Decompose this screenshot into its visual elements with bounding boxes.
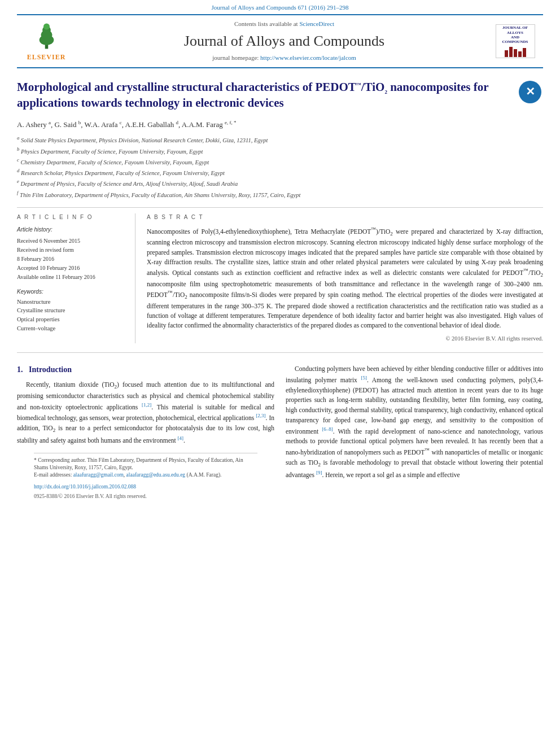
- affiliations: a Solid State Physics Department, Physic…: [17, 134, 543, 199]
- journal-header: ELSEVIER Contents lists available at Sci…: [17, 14, 543, 68]
- journal-logo-right: JOURNAL OFALLOYSANDCOMPOUNDS: [494, 24, 536, 58]
- affil-a: a Solid State Physics Department, Physic…: [17, 134, 543, 145]
- logo-bar-5: [523, 48, 526, 57]
- crossmark-icon: ✕: [518, 80, 543, 105]
- article-info-header: A R T I C L E I N F O: [17, 213, 127, 221]
- issn-line: 0925-8388/© 2016 Elsevier B.V. All right…: [34, 493, 257, 500]
- body-content: 1. Introduction Recently, titanium dioxi…: [17, 352, 543, 500]
- svg-point-4: [43, 24, 50, 30]
- revised-date: 8 February 2016: [17, 255, 127, 263]
- body-two-column: 1. Introduction Recently, titanium dioxi…: [17, 364, 543, 500]
- received-date: Received 6 November 2015: [17, 237, 127, 245]
- tree-icon: [31, 20, 62, 51]
- email-1[interactable]: alaafuragg@gmail.com: [73, 472, 124, 478]
- accepted-date: Accepted 10 February 2016: [17, 264, 127, 272]
- intro-para-1: Recently, titanium dioxide (TiO2) focuse…: [17, 380, 274, 446]
- affil-e: e Department of Physics, Faculty of Scie…: [17, 178, 543, 188]
- homepage-link[interactable]: http://www.elsevier.com/locate/jalcom: [260, 54, 356, 61]
- logo-bar-3: [514, 49, 517, 57]
- body-left-column: 1. Introduction Recently, titanium dioxi…: [17, 364, 274, 500]
- introduction-left-text: Recently, titanium dioxide (TiO2) focuse…: [17, 380, 274, 446]
- crossmark-logo: ✕: [518, 80, 543, 105]
- svg-text:✕: ✕: [526, 85, 535, 98]
- elsevier-wordmark: ELSEVIER: [27, 53, 66, 62]
- logo-bar-2: [509, 47, 513, 57]
- email-label: E-mail addresses:: [34, 472, 72, 478]
- email-2[interactable]: alaafaragg@edu.asu.edu.eg: [126, 472, 186, 478]
- article-info-column: A R T I C L E I N F O Article history: R…: [17, 213, 135, 343]
- footnote-section: * Corresponding author. Thin Film Labora…: [34, 453, 257, 500]
- abstract-header: A B S T R A C T: [147, 213, 543, 221]
- online-date: Available online 11 February 2016: [17, 273, 127, 281]
- homepage-label: journal homepage:: [212, 54, 259, 61]
- email-suffix: (A.A.M. Farag).: [186, 472, 221, 478]
- history-label: Article history:: [17, 226, 127, 234]
- introduction-right-text: Conducting polymers have been achieved b…: [286, 364, 543, 480]
- elsevier-tree-logo: ELSEVIER: [24, 20, 69, 62]
- affil-c: c Chemistry Department, Faculty of Scien…: [17, 156, 543, 167]
- doi-link[interactable]: http://dx.doi.org/10.1016/j.jallcom.2016…: [34, 484, 136, 490]
- journal-citation: Journal of Alloys and Compounds 671 (201…: [212, 4, 349, 11]
- keyword-1: Nanostructure: [17, 298, 127, 307]
- journal-title: Journal of Alloys and Compounds: [86, 31, 483, 51]
- logo-bar-1: [505, 50, 508, 57]
- affil-f: f Thin Film Laboratory, Department of Ph…: [17, 189, 543, 199]
- sciencedirect-link[interactable]: ScienceDirect: [299, 20, 334, 27]
- sciencedirect-line: Contents lists available at ScienceDirec…: [86, 20, 483, 28]
- article-title: Morphological and crystalline structural…: [17, 80, 543, 111]
- corresponding-note: * Corresponding author. Thin Film Labora…: [34, 457, 257, 472]
- doi-line: http://dx.doi.org/10.1016/j.jallcom.2016…: [34, 483, 257, 491]
- logo-bar-4: [518, 51, 522, 57]
- page-container: Journal of Alloys and Compounds 671 (201…: [0, 0, 560, 500]
- abstract-text: Nanocomposites of Poly(3,4-ethylenedioxy…: [147, 226, 543, 331]
- authors-line: A. Ashery a, G. Said b, W.A. Arafa c, A.…: [17, 119, 543, 130]
- keyword-4: Current–voltage: [17, 325, 127, 333]
- logo-bars: [505, 47, 526, 57]
- keywords-title: Keywords:: [17, 288, 127, 296]
- copyright-line: © 2016 Elsevier B.V. All rights reserved…: [147, 335, 543, 343]
- keyword-2: Crystalline structure: [17, 307, 127, 315]
- email-line: E-mail addresses: alaafuragg@gmail.com, …: [34, 471, 257, 479]
- top-bar: Journal of Alloys and Compounds 671 (201…: [0, 0, 560, 14]
- logo-title: JOURNAL OFALLOYSANDCOMPOUNDS: [502, 25, 528, 45]
- affil-b: b Physics Department, Faculty of Science…: [17, 146, 543, 156]
- keywords-section: Keywords: Nanostructure Crystalline stru…: [17, 288, 127, 333]
- sciencedirect-label: Contents lists available at: [234, 20, 298, 27]
- intro-para-right-1: Conducting polymers have been achieved b…: [286, 364, 543, 480]
- revised-label: Received in revised form: [17, 246, 127, 254]
- article-info-abstract: A R T I C L E I N F O Article history: R…: [17, 207, 543, 343]
- keyword-3: Optical properties: [17, 316, 127, 324]
- article-content: Morphological and crystalline structural…: [17, 68, 543, 344]
- article-title-text: Morphological and crystalline structural…: [17, 80, 488, 110]
- elsevier-logo: ELSEVIER: [24, 20, 75, 62]
- journal-center: Contents lists available at ScienceDirec…: [75, 20, 494, 62]
- journal-homepage: journal homepage: http://www.elsevier.co…: [86, 54, 483, 62]
- abstract-column: A B S T R A C T Nanocomposites of Poly(3…: [147, 213, 543, 343]
- introduction-title: 1. Introduction: [17, 364, 274, 375]
- body-right-column: Conducting polymers have been achieved b…: [286, 364, 543, 500]
- affil-d: d Research Scholar, Physics Department, …: [17, 167, 543, 177]
- journal-logo-box: JOURNAL OFALLOYSANDCOMPOUNDS: [496, 24, 535, 58]
